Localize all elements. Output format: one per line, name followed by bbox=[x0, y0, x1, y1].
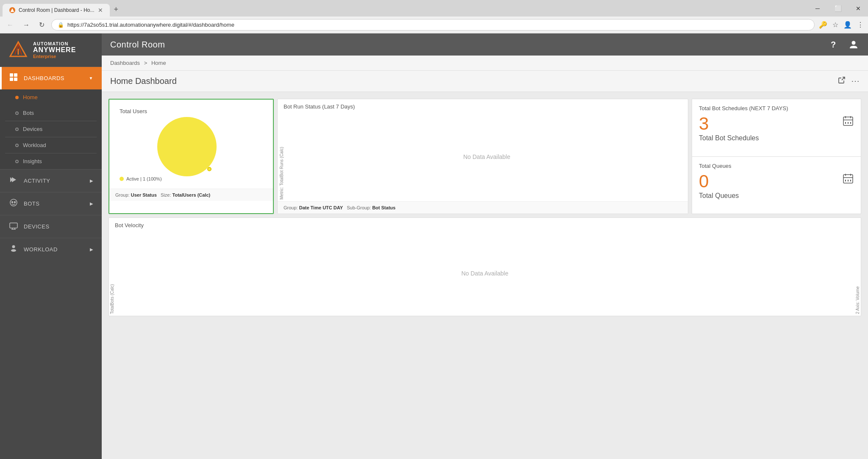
bot-run-chart: No Data Available bbox=[286, 112, 688, 201]
account-icon[interactable]: 👤 bbox=[843, 21, 852, 29]
footer-group-value: User Status bbox=[131, 192, 157, 198]
dashboards-chevron: ▼ bbox=[89, 76, 93, 81]
back-button[interactable]: ← bbox=[4, 19, 16, 31]
user-profile-icon[interactable] bbox=[848, 39, 860, 50]
logo-icon bbox=[8, 40, 28, 60]
tab-close-button[interactable]: ✕ bbox=[98, 7, 103, 14]
footer-size-value: TotalUsers (Calc) bbox=[172, 192, 211, 198]
workload-main-label: WORKLOAD bbox=[24, 246, 85, 253]
menu-icon[interactable]: ⋮ bbox=[857, 21, 864, 29]
home-dot bbox=[15, 96, 19, 99]
bot-velocity-title: Bot Velocity bbox=[109, 218, 861, 231]
restore-button[interactable]: ⬜ bbox=[828, 2, 848, 15]
right-stats: Total Bot Schedules (NEXT 7 DAYS) 3 Tota… bbox=[692, 99, 861, 214]
insights-dot bbox=[15, 160, 19, 163]
breadcrumb: Dashboards > Home bbox=[102, 56, 868, 71]
total-users-title: Total Users bbox=[114, 104, 269, 117]
svg-point-11 bbox=[14, 202, 16, 203]
velocity-no-data: No Data Available bbox=[461, 270, 508, 277]
total-users-footer: Group: User Status Size: TotalUsers (Cal… bbox=[109, 189, 273, 201]
workload-dot bbox=[15, 144, 19, 147]
sidebar-item-activity[interactable]: ACTIVITY ▶ bbox=[0, 170, 102, 192]
footer-size-label: Size: bbox=[161, 192, 171, 198]
url-text: https://7a2so5s1.trial.automationanywher… bbox=[67, 22, 808, 28]
velocity-y-label: TotalBots (Calc) bbox=[109, 231, 115, 316]
bot-run-footer: Group: Date Time UTC DAY Sub-Group: Bot … bbox=[278, 201, 688, 214]
devices-label: Devices bbox=[23, 126, 42, 132]
bot-run-title: Bot Run Status (Last 7 Days) bbox=[278, 99, 688, 112]
sidebar-item-workload[interactable]: Workload bbox=[0, 137, 102, 153]
star-icon[interactable]: ☆ bbox=[832, 21, 838, 29]
total-queues-widget: Total Queues 0 Total Queues bbox=[692, 157, 861, 214]
bot-schedules-label: Total Bot Schedules bbox=[699, 134, 759, 142]
page-title-bar: Home Dashboard ⋯ bbox=[102, 71, 868, 92]
bot-schedules-icon[interactable] bbox=[842, 115, 854, 129]
workload-label: Workload bbox=[23, 142, 46, 148]
sidebar-item-devices-main[interactable]: DEVICES bbox=[0, 215, 102, 238]
bot-velocity-content: TotalBots (Calc) No Data Available 2 Axi… bbox=[109, 231, 861, 316]
home-label: Home bbox=[23, 94, 38, 100]
logo-text: AUTOMATION ANYWHERE Enterprise bbox=[33, 41, 76, 59]
nav-section: DASHBOARDS ▼ Home Bots Devices bbox=[0, 67, 102, 459]
dashboard-body: Total Users Active | 1 (100%) bbox=[102, 92, 868, 459]
workload-chevron: ▶ bbox=[90, 247, 94, 252]
browser-tab[interactable]: Control Room | Dashboard - Ho... ✕ bbox=[3, 4, 110, 17]
total-users-widget: Total Users Active | 1 (100%) bbox=[108, 99, 274, 214]
page-title: Home Dashboard bbox=[110, 76, 177, 86]
svg-rect-20 bbox=[843, 117, 853, 125]
bot-run-footer-subgroup: Sub-Group: bbox=[347, 205, 371, 210]
svg-point-17 bbox=[11, 249, 16, 252]
external-link-icon[interactable] bbox=[837, 76, 846, 86]
sub-nav-dashboards: Home Bots Devices Workload bbox=[0, 89, 102, 169]
bots-chevron: ▶ bbox=[90, 201, 94, 206]
bot-schedules-title: Total Bot Schedules (NEXT 7 DAYS) bbox=[699, 105, 854, 111]
sidebar-item-home[interactable]: Home bbox=[0, 89, 102, 105]
main-header: Control Room ? bbox=[102, 33, 868, 56]
breadcrumb-parent[interactable]: Dashboards bbox=[110, 60, 140, 66]
queues-label: Total Queues bbox=[699, 192, 739, 200]
bot-schedules-inner: 3 Total Bot Schedules bbox=[699, 115, 854, 142]
sidebar-item-dashboards[interactable]: DASHBOARDS ▼ bbox=[0, 67, 102, 89]
bots-main-label: BOTS bbox=[24, 200, 85, 207]
sidebar-item-workload-main[interactable]: WORKLOAD ▶ bbox=[0, 238, 102, 261]
dashboards-label: DASHBOARDS bbox=[24, 75, 84, 81]
more-options-icon[interactable]: ⋯ bbox=[851, 76, 860, 86]
logo-area: AUTOMATION ANYWHERE Enterprise bbox=[0, 33, 102, 67]
refresh-button[interactable]: ↻ bbox=[36, 19, 47, 31]
close-button[interactable]: ✕ bbox=[849, 2, 868, 15]
svg-point-10 bbox=[12, 202, 13, 203]
svg-point-9 bbox=[10, 199, 17, 206]
forward-button[interactable]: → bbox=[20, 19, 32, 31]
pie-dot bbox=[207, 167, 211, 171]
svg-line-19 bbox=[842, 77, 845, 80]
sidebar: AUTOMATION ANYWHERE Enterprise DASHBOARD… bbox=[0, 33, 102, 459]
queues-title: Total Queues bbox=[699, 163, 854, 169]
svg-point-18 bbox=[852, 41, 856, 45]
key-icon[interactable]: 🔑 bbox=[819, 21, 827, 29]
bots-label: Bots bbox=[23, 110, 34, 116]
workload-icon bbox=[8, 244, 19, 255]
svg-rect-6 bbox=[14, 78, 17, 81]
activity-chevron: ▶ bbox=[90, 178, 94, 183]
velocity-x-label: 2 Axis: Volume bbox=[854, 231, 861, 316]
widgets-row-1: Total Users Active | 1 (100%) bbox=[108, 99, 861, 214]
svg-rect-5 bbox=[10, 78, 13, 81]
sidebar-item-bots-main[interactable]: BOTS ▶ bbox=[0, 192, 102, 215]
sidebar-item-bots[interactable]: Bots bbox=[0, 105, 102, 121]
main-content: Control Room ? Dashboards > Home Home Da… bbox=[102, 33, 868, 459]
pie-legend-label: Active | 1 (100%) bbox=[126, 176, 162, 181]
queues-icon[interactable] bbox=[842, 172, 854, 187]
logo-enterprise: Enterprise bbox=[33, 54, 76, 59]
minimize-button[interactable]: ─ bbox=[808, 2, 827, 15]
pie-chart-area bbox=[114, 117, 269, 176]
activity-icon bbox=[8, 175, 19, 186]
new-tab-button[interactable]: + bbox=[110, 3, 123, 17]
sidebar-item-devices[interactable]: Devices bbox=[0, 121, 102, 137]
breadcrumb-separator: > bbox=[144, 60, 147, 66]
sidebar-item-insights[interactable]: Insights bbox=[0, 153, 102, 169]
velocity-chart: No Data Available bbox=[115, 231, 854, 316]
address-bar[interactable]: 🔒 https://7a2so5s1.trial.automationanywh… bbox=[51, 19, 815, 31]
devices-dot bbox=[15, 128, 19, 131]
help-icon[interactable]: ? bbox=[827, 39, 839, 50]
svg-rect-3 bbox=[10, 73, 13, 77]
